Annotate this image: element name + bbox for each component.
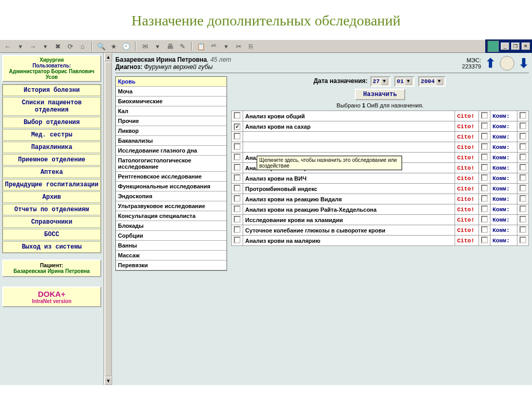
cito-checkbox[interactable] xyxy=(481,133,488,140)
scroll-thumb[interactable] xyxy=(105,62,112,376)
comment-checkbox[interactable] xyxy=(520,216,526,223)
sidebar-item-7[interactable]: Предыдущие госпитализации xyxy=(3,179,101,190)
category-row[interactable]: Ванны xyxy=(116,241,227,251)
comment-checkbox[interactable] xyxy=(520,164,526,171)
sidebar-item-2[interactable]: Выбор отделения xyxy=(3,117,101,128)
year-select[interactable]: 2004▼ xyxy=(418,76,445,87)
sidebar-item-11[interactable]: БОСС xyxy=(3,229,101,240)
day-select[interactable]: 27▼ xyxy=(370,76,391,87)
arrow-up-icon[interactable]: ⬆ xyxy=(485,56,496,71)
sidebar-item-9[interactable]: Отчеты по отделениям xyxy=(3,204,101,215)
cito-checkbox[interactable] xyxy=(481,143,488,150)
category-row[interactable]: Консультация специалиста xyxy=(116,211,227,221)
sidebar-item-1[interactable]: Списки пациентов отделения xyxy=(3,97,101,116)
action-icon[interactable] xyxy=(500,56,514,71)
cito-checkbox[interactable] xyxy=(481,237,488,243)
back-menu-icon[interactable]: ▾ xyxy=(15,40,26,52)
category-row[interactable]: Сорбции xyxy=(116,231,227,241)
cut-icon[interactable]: ✂ xyxy=(233,40,244,52)
sidebar-item-8[interactable]: Архив xyxy=(3,191,101,203)
close-button[interactable]: ✕ xyxy=(522,43,530,50)
sidebar-item-4[interactable]: Параклиника xyxy=(3,142,101,153)
select-checkbox[interactable] xyxy=(234,205,241,212)
select-checkbox[interactable] xyxy=(234,112,241,119)
comment-checkbox[interactable] xyxy=(520,133,526,140)
select-checkbox[interactable] xyxy=(234,226,241,233)
category-row[interactable]: Перевязки xyxy=(116,260,227,270)
restore-button[interactable]: ❐ xyxy=(511,43,520,50)
select-checkbox[interactable] xyxy=(234,143,241,150)
minimize-button[interactable]: _ xyxy=(501,43,509,50)
cito-checkbox[interactable] xyxy=(481,195,488,202)
sidebar-item-0[interactable]: История болезни xyxy=(3,85,101,96)
cito-checkbox[interactable] xyxy=(481,112,488,119)
category-row[interactable]: Блокады xyxy=(116,221,227,231)
sidebar-item-12[interactable]: Выход из системы xyxy=(3,241,101,253)
favorites-icon[interactable]: ★ xyxy=(108,40,119,52)
month-select[interactable]: 01▼ xyxy=(394,76,415,87)
spell-menu-icon[interactable]: ▾ xyxy=(220,40,232,52)
cito-checkbox[interactable] xyxy=(481,226,488,233)
comment-checkbox[interactable] xyxy=(520,185,526,191)
category-row[interactable]: Рентгеновское исследование xyxy=(116,172,227,182)
refresh-icon[interactable]: ⟳ xyxy=(64,40,76,52)
sidebar-item-6[interactable]: Аптека xyxy=(3,167,101,178)
comment-checkbox[interactable] xyxy=(520,205,526,212)
cito-checkbox[interactable] xyxy=(481,185,488,191)
category-row[interactable]: Ликвор xyxy=(116,126,227,136)
home-icon[interactable]: ⌂ xyxy=(77,40,88,52)
spell-icon[interactable]: ᵃᵇ xyxy=(208,40,219,52)
category-row[interactable]: Исследование глазного дна xyxy=(116,146,227,156)
comment-checkbox[interactable] xyxy=(520,143,526,150)
comment-checkbox[interactable] xyxy=(520,195,526,202)
assign-button[interactable]: Назначить xyxy=(355,89,405,100)
category-row[interactable]: Биохимические xyxy=(116,97,227,106)
cito-checkbox[interactable] xyxy=(481,174,488,181)
dropdown-icon[interactable]: ▼ xyxy=(436,78,443,85)
category-row[interactable]: Патологогистологическое исследование xyxy=(116,156,227,172)
select-checkbox[interactable] xyxy=(234,154,241,160)
sidebar-item-5[interactable]: Приемное отделение xyxy=(3,154,101,166)
comment-checkbox[interactable] xyxy=(520,237,526,243)
cito-checkbox[interactable] xyxy=(481,205,488,212)
comment-checkbox[interactable] xyxy=(520,122,526,129)
scroll-up-button[interactable]: ▲ xyxy=(104,53,112,61)
select-checkbox[interactable]: ✔ xyxy=(234,123,241,130)
select-checkbox[interactable] xyxy=(234,164,241,171)
cito-checkbox[interactable] xyxy=(481,164,488,171)
category-row[interactable]: Прочие xyxy=(116,116,227,126)
mail-icon[interactable]: ✉ xyxy=(139,40,151,52)
comment-checkbox[interactable] xyxy=(520,226,526,233)
select-checkbox[interactable] xyxy=(234,133,241,140)
paste-icon[interactable]: 📋 xyxy=(195,40,207,52)
dropdown-icon[interactable]: ▼ xyxy=(405,78,412,85)
sidebar-item-3[interactable]: Мед. сестры xyxy=(3,129,101,141)
cito-checkbox[interactable] xyxy=(481,216,488,223)
category-row[interactable]: Функциональные исследования xyxy=(116,182,227,191)
comment-checkbox[interactable] xyxy=(520,112,526,119)
sidebar-scrollbar[interactable]: ▲ ▼ xyxy=(104,53,112,385)
select-checkbox[interactable] xyxy=(234,195,241,202)
select-checkbox[interactable] xyxy=(234,174,241,181)
scroll-down-button[interactable]: ▼ xyxy=(104,377,112,385)
stop-icon[interactable]: ✖ xyxy=(52,40,63,52)
select-checkbox[interactable] xyxy=(234,237,241,243)
select-checkbox[interactable] xyxy=(234,216,241,223)
search-icon[interactable]: 🔍 xyxy=(96,40,107,52)
print-icon[interactable]: 🖶 xyxy=(164,40,176,52)
arrow-down-icon[interactable]: ⬇ xyxy=(518,56,529,71)
back-icon[interactable]: ← xyxy=(2,40,14,52)
dropdown-icon[interactable]: ▼ xyxy=(381,78,388,85)
category-row[interactable]: Моча xyxy=(116,87,227,97)
comment-checkbox[interactable] xyxy=(520,174,526,181)
copy-icon[interactable]: ⎘ xyxy=(245,40,257,52)
forward-menu-icon[interactable]: ▾ xyxy=(39,40,51,52)
category-row[interactable]: Кал xyxy=(116,106,227,116)
history-icon[interactable]: 🕘 xyxy=(121,40,132,52)
comment-checkbox[interactable] xyxy=(520,154,526,160)
sidebar-item-10[interactable]: Справочники xyxy=(3,216,101,228)
select-checkbox[interactable] xyxy=(234,185,241,191)
category-row[interactable]: Массаж xyxy=(116,251,227,260)
category-row[interactable]: Ультразвуковое исследование xyxy=(116,201,227,211)
cito-checkbox[interactable] xyxy=(481,154,488,160)
